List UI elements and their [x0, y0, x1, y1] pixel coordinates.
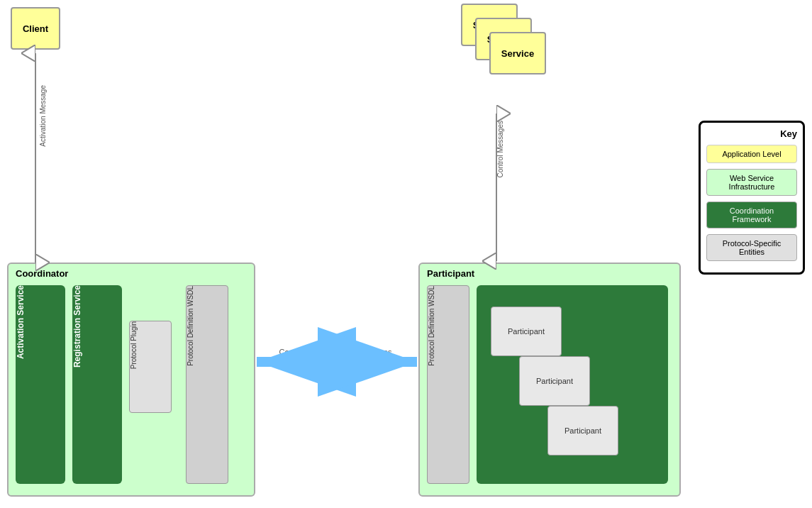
protocol-plugin-label: Protocol Plugin — [130, 321, 138, 369]
participant-3-label: Participant — [564, 426, 601, 435]
protocol-wsdl-coord-box: Protocol Definition WSDL — [186, 285, 228, 484]
activation-service-label: Activation Service — [16, 285, 26, 359]
control-messages-label: Control Messages — [496, 121, 504, 178]
participant-inner-box: Participant Participant Participant — [477, 285, 668, 484]
key-app-level: Application Level — [706, 145, 797, 163]
key-protocol-label: Protocol-Specific Entities — [723, 239, 782, 256]
client-label: Client — [23, 23, 48, 34]
coordinator-box: Coordinator Activation Service Registrat… — [7, 263, 255, 497]
registration-service-box: Registration Service — [72, 285, 122, 484]
protocol-wsdl-part-box: Protocol Definition WSDL — [427, 285, 469, 484]
participant-label: Participant — [427, 268, 474, 279]
coordinator-label: Coordinator — [16, 268, 68, 279]
protocol-wsdl-part-label: Protocol Definition WSDL — [428, 286, 435, 366]
key-protocol: Protocol-Specific Entities — [706, 234, 797, 261]
activation-message-label: Activation Message — [39, 85, 47, 147]
key-web-service: Web Service Infrastructure — [706, 169, 797, 196]
key-web-service-label: Web Service Infrastructure — [729, 174, 775, 191]
participant-outer-box: Participant Protocol Definition WSDL Par… — [418, 263, 681, 497]
registration-service-label: Registration Service — [72, 285, 82, 368]
service-box-3: Service — [489, 32, 546, 74]
participant-box-1: Participant — [491, 307, 562, 356]
service-label-3: Service — [501, 48, 534, 59]
participant-2-label: Participant — [536, 377, 573, 385]
activation-service-box: Activation Service — [16, 285, 65, 484]
key-app-level-label: Application Level — [722, 150, 781, 158]
participant-box-3: Participant — [547, 406, 618, 455]
protocol-wsdl-coord-label: Protocol Definition WSDL — [187, 286, 194, 366]
protocol-plugin-box: Protocol Plugin — [129, 321, 172, 413]
client-box: Client — [11, 7, 60, 50]
key-coord-framework: Coordination Framework — [706, 201, 797, 228]
key-panel: Key Application Level Web Service Infras… — [699, 121, 805, 275]
participant-box-2: Participant — [519, 356, 590, 406]
participant-1-label: Participant — [508, 327, 545, 336]
key-coord-framework-label: Coordination Framework — [730, 206, 774, 223]
coord-protocol-label: Coordination Protocol Messages — [254, 348, 417, 356]
key-title: Key — [706, 128, 797, 139]
